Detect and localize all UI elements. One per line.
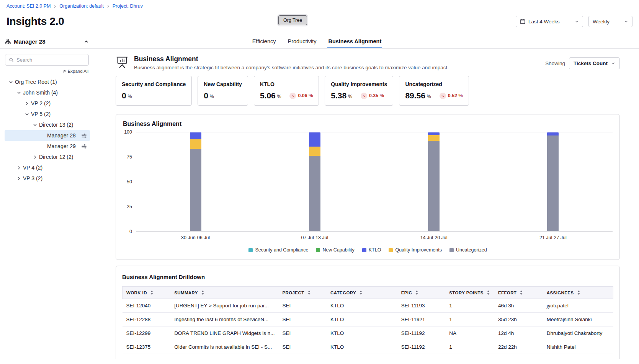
tree-item-director-13-2[interactable]: Director 13 (2) bbox=[5, 119, 90, 130]
legend-item-security-and-compliance[interactable]: Security and Compliance bbox=[248, 247, 308, 253]
legend-item-new-capability[interactable]: New Capability bbox=[316, 247, 354, 253]
bar-segment-ktlo[interactable] bbox=[547, 132, 559, 135]
chevron-down-icon[interactable] bbox=[15, 90, 23, 95]
column-header-work-id[interactable]: WORK ID bbox=[123, 287, 171, 299]
bar-segment-uncategorized[interactable] bbox=[190, 149, 201, 231]
section-header: Business Alignment Business alignment is… bbox=[116, 55, 620, 70]
tree-item-vp-3-2[interactable]: VP 3 (2) bbox=[5, 173, 90, 184]
x-tick-label: 07 Jul-13 Jul bbox=[255, 235, 374, 240]
sort-icon[interactable] bbox=[486, 290, 490, 295]
calendar-icon bbox=[520, 19, 525, 24]
bar-segment-quality-improvements[interactable] bbox=[309, 147, 320, 156]
bar-segment-uncategorized[interactable] bbox=[428, 141, 440, 231]
granularity-select[interactable]: Weekly bbox=[588, 16, 632, 27]
table-cell: KTLO bbox=[327, 326, 397, 340]
table-cell: SEI-12375 bbox=[123, 340, 171, 354]
sort-icon[interactable] bbox=[415, 290, 419, 295]
y-tick-label: 75 bbox=[127, 154, 132, 160]
chevron-down-icon[interactable] bbox=[23, 112, 31, 117]
legend-item-uncategorized[interactable]: Uncategorized bbox=[449, 247, 487, 253]
tree-item-label: Director 13 (2) bbox=[39, 122, 73, 128]
chevron-down-icon[interactable] bbox=[31, 122, 39, 127]
column-header-assignees[interactable]: ASSIGNEES bbox=[543, 287, 613, 299]
table-cell: KTLO bbox=[327, 313, 397, 326]
chart-plot bbox=[136, 132, 613, 232]
tree-item-vp-5-2[interactable]: VP 5 (2) bbox=[5, 109, 90, 119]
filter-sliders-icon[interactable] bbox=[81, 133, 87, 139]
filter-sliders-icon[interactable] bbox=[81, 144, 87, 149]
table-row[interactable]: SEI-12395EY > Verify if ingestion is wor… bbox=[123, 354, 613, 359]
column-header-project[interactable]: PROJECT bbox=[278, 287, 327, 299]
legend-item-quality-improvements[interactable]: Quality Improvements bbox=[389, 247, 442, 253]
tree-item-director-12-2[interactable]: Director 12 (2) bbox=[5, 152, 90, 162]
tree-item-manager-29[interactable]: Manager 29 bbox=[5, 141, 90, 152]
chevron-down-icon[interactable] bbox=[7, 80, 15, 85]
trend-down-icon: ↘ bbox=[440, 93, 446, 99]
chevron-right-icon[interactable] bbox=[31, 155, 39, 160]
table-row[interactable]: SEI-12040[URGENT] EY > Support for job r… bbox=[123, 299, 613, 313]
column-header-category[interactable]: CATEGORY bbox=[327, 287, 397, 299]
tree-item-vp-2-2[interactable]: VP 2 (2) bbox=[5, 98, 90, 109]
table-cell: EY > Verify if ingestion is working as e… bbox=[170, 354, 278, 359]
tab-business-alignment[interactable]: Business Alignment bbox=[327, 35, 382, 48]
bar-segment-ktlo[interactable] bbox=[309, 132, 320, 147]
sort-icon[interactable] bbox=[307, 290, 311, 295]
table-cell: Abhishek Chauhan bbox=[543, 354, 613, 359]
tree-item-john-smith-4[interactable]: John Smith (4) bbox=[5, 87, 90, 98]
bar-segment-uncategorized[interactable] bbox=[309, 156, 320, 231]
y-tick-label: 25 bbox=[127, 204, 132, 209]
column-header-epic[interactable]: EPIC bbox=[397, 287, 446, 299]
column-header-summary[interactable]: SUMMARY bbox=[170, 287, 278, 299]
table-row[interactable]: SEI-12288Ingesting the last 6 months of … bbox=[123, 313, 613, 326]
column-header-story-points[interactable]: STORY POINTS bbox=[445, 287, 494, 299]
table-cell: KTLO bbox=[327, 299, 397, 313]
sort-icon[interactable] bbox=[519, 290, 523, 295]
tab-productivity[interactable]: Productivity bbox=[287, 35, 317, 48]
search-input[interactable] bbox=[16, 57, 85, 63]
table-cell: SEI bbox=[278, 354, 327, 359]
bar-segment-uncategorized[interactable] bbox=[547, 135, 559, 231]
breadcrumb-link-account[interactable]: Account: SEI 2.0 PM bbox=[7, 3, 51, 9]
sidebar-collapse-button[interactable] bbox=[84, 39, 89, 44]
expand-all-button[interactable]: Expand All bbox=[62, 69, 88, 73]
bar-07-jul-13-jul[interactable] bbox=[309, 132, 320, 231]
bar-segment-ktlo[interactable] bbox=[190, 132, 201, 139]
table-row[interactable]: SEI-12299DORA TREND LINE GRAPH Widgets i… bbox=[123, 326, 613, 340]
y-tick-label: 0 bbox=[129, 229, 132, 234]
sort-icon[interactable] bbox=[577, 290, 581, 295]
bar-segment-quality-improvements[interactable] bbox=[428, 135, 440, 141]
page-title: Insights 2.0 bbox=[7, 15, 64, 28]
bar-30-jun-06-jul[interactable] bbox=[190, 132, 201, 231]
table-cell: NA bbox=[445, 326, 494, 340]
org-tree-button[interactable]: Org Tree bbox=[278, 15, 307, 25]
tab-efficiency[interactable]: Efficiency bbox=[252, 35, 277, 48]
chevron-right-icon[interactable] bbox=[23, 101, 31, 106]
table-cell: SEI-11921 bbox=[397, 313, 446, 326]
tree-item-org-tree-root-1[interactable]: Org Tree Root (1) bbox=[5, 77, 90, 87]
date-range-select[interactable]: Last 4 Weeks bbox=[516, 16, 583, 27]
chevron-right-icon[interactable] bbox=[15, 176, 23, 181]
sort-icon[interactable] bbox=[359, 290, 363, 295]
sort-icon[interactable] bbox=[150, 290, 154, 295]
breadcrumb-link-organization[interactable]: Organization: default bbox=[59, 3, 103, 9]
table-row[interactable]: SEI-12375Older Commits is not available … bbox=[123, 340, 613, 354]
tree-item-manager-28[interactable]: Manager 28 bbox=[5, 130, 90, 141]
table-cell: Ingesting the last 6 months of ServiceN.… bbox=[170, 313, 278, 326]
kpi-value: 89.56 bbox=[405, 91, 425, 100]
bar-14-jul-20-jul[interactable] bbox=[428, 132, 440, 231]
column-header-label: EFFORT bbox=[498, 291, 516, 295]
bar-21-jul-27-jul[interactable] bbox=[547, 132, 559, 231]
x-tick-label: 30 Jun-06 Jul bbox=[136, 235, 255, 240]
bar-segment-ktlo[interactable] bbox=[428, 132, 440, 135]
table-cell: SEI-11192 bbox=[397, 326, 446, 340]
tree-item-vp-4-2[interactable]: VP 4 (2) bbox=[5, 162, 90, 173]
showing-select[interactable]: Tickets Count bbox=[569, 57, 620, 69]
sort-icon[interactable] bbox=[201, 290, 205, 295]
chevron-right-icon[interactable] bbox=[15, 165, 23, 170]
column-header-effort[interactable]: EFFORT bbox=[494, 287, 543, 299]
bar-segment-quality-improvements[interactable] bbox=[190, 139, 201, 149]
legend-item-ktlo[interactable]: KTLO bbox=[362, 247, 381, 253]
breadcrumb-link-project[interactable]: Project: Dhruv bbox=[113, 3, 143, 9]
title-bar: Insights 2.0 Org Tree Last 4 Weeks Weekl… bbox=[0, 9, 639, 30]
sidebar-header-label: Manager 28 bbox=[14, 38, 46, 45]
